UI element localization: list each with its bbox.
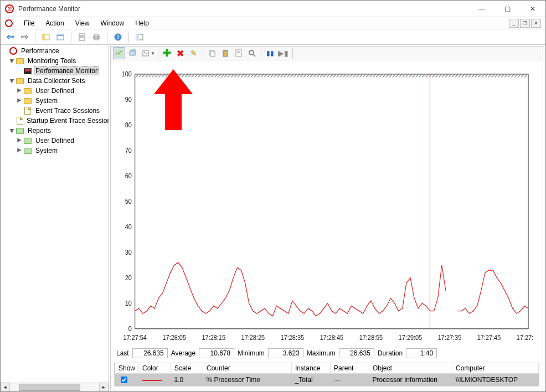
svg-rect-28 [135,74,528,329]
col-instance[interactable]: Instance [292,363,331,374]
counter-row[interactable]: 1.0 % Processor Time _Total --- Processo… [115,374,539,386]
help-button[interactable]: ? [112,31,124,43]
col-scale[interactable]: Scale [171,363,203,374]
tree-horizontal-scrollbar[interactable]: ◂▸ [1,382,109,391]
toolbar-separator [35,32,35,43]
svg-text:17:28:55: 17:28:55 [359,334,383,342]
tree-reports[interactable]: ⯆ Reports [1,126,109,136]
mdi-controls: _ ❐ ✕ [509,19,543,28]
svg-text:17:27:35: 17:27:35 [438,334,462,342]
svg-rect-3 [57,35,64,36]
show-checkbox[interactable] [121,376,127,383]
stat-avg-value: 10.678 [199,348,234,358]
toolbar-separator [158,48,158,59]
tree-reports-system[interactable]: ⯈ System [1,146,109,156]
menu-view[interactable]: View [70,18,95,28]
col-color[interactable]: Color [139,363,171,374]
menu-window[interactable]: Window [95,18,130,28]
window-title: Performance Monitor [18,5,469,13]
svg-text:17:28:35: 17:28:35 [281,334,305,342]
cell-object: Processor Information [369,374,452,386]
svg-point-26 [249,50,254,55]
options-button[interactable] [133,31,146,43]
tree-performance-monitor[interactable]: Performance Monitor [1,66,109,76]
svg-text:17:28:05: 17:28:05 [163,334,187,342]
stat-last-value: 26.635 [132,348,168,358]
svg-rect-29 [135,74,528,78]
mdi-minimize[interactable]: _ [509,19,519,28]
print-button[interactable] [90,31,102,43]
menu-help[interactable]: Help [130,18,154,28]
menu-file[interactable]: File [18,18,40,28]
show-hide-tree-button[interactable] [40,31,52,43]
nav-forward-button[interactable]: ⇨ [18,31,30,43]
freeze-display-button[interactable]: ▮▮ [264,47,276,59]
stat-dur-value: 1:40 [406,348,437,358]
nav-tree[interactable]: Performance ⯆ Monitoring Tools Performan… [1,45,109,382]
svg-rect-4 [79,34,85,40]
zoom-button[interactable] [246,47,258,59]
main-split: Performance ⯆ Monitoring Tools Performan… [1,45,545,391]
svg-rect-9 [95,34,98,37]
cell-computer: \\ILMIONTDESKTOP [452,374,539,386]
tree-dcs-user-defined[interactable]: ⯈ User Defined [1,86,109,96]
stat-dur-label: Duration [378,349,403,357]
col-show[interactable]: Show [115,363,139,374]
tree-pane: Performance ⯆ Monitoring Tools Performan… [1,45,109,391]
nav-back-button[interactable]: ⇦ [4,31,16,43]
app-icon [5,4,14,13]
tree-monitoring-tools[interactable]: ⯆ Monitoring Tools [1,56,109,66]
close-button[interactable]: ✕ [520,1,545,17]
app-menu-icon[interactable] [3,18,18,28]
col-counter[interactable]: Counter [203,363,292,374]
nav-toolbar: ⇦ ⇨ ? [1,29,545,45]
svg-rect-23 [236,50,241,56]
svg-text:80: 80 [125,121,132,129]
properties-counter-button[interactable] [233,47,245,59]
chart-toolbar: ▼ ✚ ✖ ✎ ▮▮ ▶▮ [110,46,543,60]
highlight-button[interactable]: ✎ [188,47,200,59]
copy-button[interactable] [206,47,218,59]
mdi-close[interactable]: ✕ [531,19,541,28]
properties-button[interactable] [76,31,88,43]
svg-text:50: 50 [125,198,132,205]
new-window-button[interactable] [54,31,66,43]
svg-text:30: 30 [125,249,132,256]
tree-dcs-system[interactable]: ⯈ System [1,96,109,106]
svg-text:17:27:54: 17:27:54 [123,334,147,342]
add-counter-button[interactable]: ✚ [161,47,173,59]
svg-text:10: 10 [125,300,132,307]
counter-table[interactable]: Show Color Scale Counter Instance Parent… [114,363,539,386]
col-parent[interactable]: Parent [331,363,369,374]
update-data-button[interactable]: ▶▮ [277,47,290,59]
chart-canvas[interactable]: 010203040506070809010017:27:5417:28:0517… [111,60,543,345]
tree-reports-user-defined[interactable]: ⯈ User Defined [1,136,109,146]
titlebar: Performance Monitor — ▢ ✕ [1,1,545,17]
stat-max-value: 26.635 [339,348,374,358]
stat-min-label: Minimum [238,349,265,357]
svg-text:17:27:45: 17:27:45 [477,334,501,342]
tree-dcs-startup-event[interactable]: Startup Event Trace Sessions [1,116,109,126]
minimize-button[interactable]: — [469,1,495,17]
maximize-button[interactable]: ▢ [495,1,520,17]
col-object[interactable]: Object [369,363,452,374]
view-histogram-button[interactable] [126,47,138,59]
tree-dcs-event-trace[interactable]: Event Trace Sessions [1,106,109,116]
paste-button[interactable] [219,47,231,59]
stat-avg-label: Average [171,349,195,357]
menu-action[interactable]: Action [40,18,69,28]
menubar: File Action View Window Help _ ❐ ✕ [1,17,545,29]
col-computer[interactable]: Computer [452,363,539,374]
svg-text:90: 90 [125,96,132,104]
tree-data-collector-sets[interactable]: ⯆ Data Collector Sets [1,76,109,86]
view-graph-button[interactable] [113,47,125,59]
mdi-restore[interactable]: ❐ [520,19,530,28]
cell-color [139,374,171,386]
svg-text:70: 70 [125,147,132,154]
chart-area: 010203040506070809010017:27:5417:28:0517… [110,60,543,390]
view-report-button[interactable] [140,47,152,59]
delete-counter-button[interactable]: ✖ [174,47,187,59]
tree-root-performance[interactable]: Performance [1,46,109,56]
svg-text:40: 40 [125,223,132,231]
svg-rect-22 [224,50,226,51]
